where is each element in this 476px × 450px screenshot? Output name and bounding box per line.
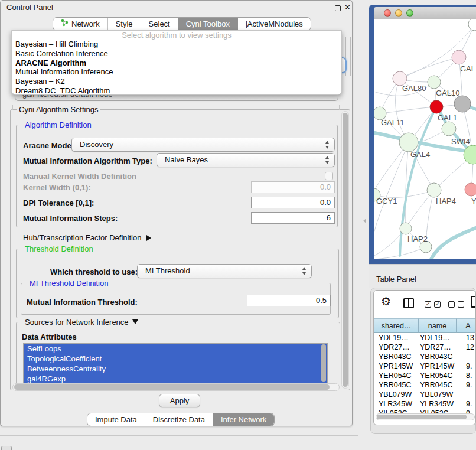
aracne-mode-combobox[interactable]: Discovery [71,138,335,152]
collapse-down-icon [132,319,138,324]
list-item-selfloops[interactable]: SelfLoops [24,344,327,354]
node-label-gal80[interactable]: GAL80 [402,84,426,93]
node-hap2[interactable] [400,223,412,234]
settings-vertical-scrollbar-thumb[interactable] [343,113,348,387]
table-horizontal-scrollbar-thumb[interactable] [377,415,467,419]
gear-icon[interactable]: ⚙ [381,295,391,308]
table-row[interactable]: YBL079WYBL079W [374,390,475,399]
stepper-icon [324,141,330,149]
column-header-partial[interactable]: A [457,318,476,333]
data-attributes-list: SelfLoops TopologicalCoefficient Between… [23,343,328,384]
settings-horizontal-scrollbar-thumb[interactable] [14,384,330,390]
node-table-window: ⚙ ✓ ✓ shared… name A YDL19…YDL19…13 YDR2… [373,290,476,425]
algorithm-definition-title: Algorithm Definition [22,120,94,129]
table-row[interactable]: YDL19…YDL19…13 [374,333,475,343]
apply-button[interactable]: Apply [159,394,200,407]
node-swi4[interactable] [442,122,456,136]
list-scrollbar-thumb[interactable] [321,344,326,382]
tab-network[interactable]: Network [53,18,107,30]
table-row[interactable]: YBR045CYBR045C9. [374,380,475,390]
node-label-gal11[interactable]: GAL11 [381,118,405,127]
expand-right-icon [146,235,151,241]
node-gal10[interactable] [428,76,441,89]
dropdown-item-mutual-information[interactable]: Mutual Information Inference [12,67,341,77]
zoom-traffic-light[interactable] [406,9,413,17]
hub-definition-expander[interactable]: Hub/Transcription Factor Definition [23,233,151,242]
dropdown-item-bayesian-k2[interactable]: Bayesian – K2 [12,77,341,86]
network-window-titlebar[interactable] [374,7,476,19]
bottom-corner-button[interactable] [1,446,12,450]
tab-infer-network[interactable]: Infer Network [213,413,274,426]
aracne-mode-label: Aracne Mode: [23,141,74,150]
kernel-width-input[interactable]: 0.0 [251,181,335,193]
dropdown-item-dream8[interactable]: Dream8 DC_TDC Algorithm [12,86,341,95]
node-label-hap4[interactable]: HAP4 [436,197,456,206]
manual-kernel-checkbox[interactable] [325,172,333,180]
list-item-gal4rgexp[interactable]: gal4RGexp [24,374,327,384]
mi-steps-label: Mutual Information Steps: [23,214,118,223]
kernel-width-label: Kernel Width (0,1): [23,183,91,192]
table-header-row: shared… name A [374,318,475,333]
tab-select[interactable]: Select [141,18,178,30]
float-window-icon[interactable] [335,5,341,11]
table-row[interactable]: YBR043CYBR043C [374,352,475,361]
mi-threshold-input[interactable]: 0.5 [247,295,331,306]
tab-impute-data[interactable]: Impute Data [87,413,145,426]
node-label-gal1[interactable]: GAL1 [438,113,457,122]
checked-checkbox-icon-1[interactable]: ✓ [425,301,431,308]
close-traffic-light[interactable] [384,9,391,17]
window-title: Control Panel [6,3,53,12]
network-tab-icon [61,18,69,30]
node-hap4[interactable] [427,183,441,197]
node-label-hap2[interactable]: HAP2 [407,234,428,243]
mi-steps-input[interactable]: 6 [251,212,335,224]
dpi-tolerance-label: DPI Tolerance [0,1]: [23,198,94,207]
node-gal4[interactable] [399,133,418,152]
sources-title[interactable]: Sources for Network Inference [22,318,141,327]
table-row[interactable]: YPR145WYPR145W9. [374,361,475,371]
node-label-gcy1[interactable]: GCY1 [376,197,397,206]
mi-type-combobox[interactable]: Naive Bayes [157,153,335,167]
node-label-swi4[interactable]: SWI4 [451,137,470,146]
checked-checkbox-icon-2[interactable]: ✓ [434,301,441,308]
table-row[interactable]: YER054CYER054C8. [374,371,475,380]
page-icon[interactable] [471,296,476,308]
column-header-shared[interactable]: shared… [374,318,419,333]
threshold-definition-title: Threshold Definition [22,244,96,253]
node-gray[interactable] [454,96,471,112]
node-label-y[interactable]: Y [471,197,476,206]
hidden-groupbox-fragment [12,105,340,110]
minimize-traffic-light[interactable] [395,9,402,17]
dropdown-item-aracne[interactable]: ARACNE Algorithm [12,58,341,68]
dropdown-item-bayesian-hill[interactable]: Bayesian – Hill Climbing [12,40,341,49]
table-panel-header: Table Panel [369,264,476,288]
tab-network-label: Network [71,18,100,30]
node-salmon[interactable] [465,183,476,196]
unchecked-checkbox-icon-1[interactable] [448,301,455,308]
table-row[interactable]: YDR27…YDR27…12 [374,343,475,352]
unchecked-checkbox-icon-2[interactable] [458,301,464,308]
list-item-topologicalcoefficient[interactable]: TopologicalCoefficient [24,354,327,364]
list-item-betweennesscentrality[interactable]: BetweennessCentrality [24,364,327,374]
network-view-window: GAL GAL80 GAL10 GAL1 GAL11 SWI4 GAL4 GCY… [369,5,476,264]
node-gal1[interactable] [430,100,443,113]
which-threshold-combobox[interactable]: MI Threshold [137,264,312,278]
node-label-gal10[interactable]: GAL10 [436,89,459,97]
tab-discretize-data[interactable]: Discretize Data [145,413,213,426]
table-row[interactable]: YLR345WYLR345W9. [374,399,475,409]
dropdown-item-basic-correlation[interactable]: Basic Correlation Inference [12,49,341,58]
tab-cyni-toolbox[interactable]: Cyni Toolbox [178,18,237,30]
dropdown-prompt: Select algorithm to view settings [12,31,341,40]
node-gal[interactable] [452,50,466,64]
node-label-gal[interactable]: GAL [460,64,475,73]
tab-jactivemnodules[interactable]: jActiveMNodules [237,18,311,30]
dpi-tolerance-input[interactable]: 0.0 [251,197,335,208]
tab-style[interactable]: Style [107,18,141,30]
node-unlabeled[interactable] [468,19,476,31]
stepper-icon [324,156,330,164]
splitter-collapse-icon[interactable] [363,219,366,223]
close-icon[interactable]: ✕ [344,3,351,12]
column-header-name[interactable]: name [419,318,457,333]
node-label-gal4[interactable]: GAL4 [410,150,430,159]
split-columns-icon[interactable] [403,298,414,308]
